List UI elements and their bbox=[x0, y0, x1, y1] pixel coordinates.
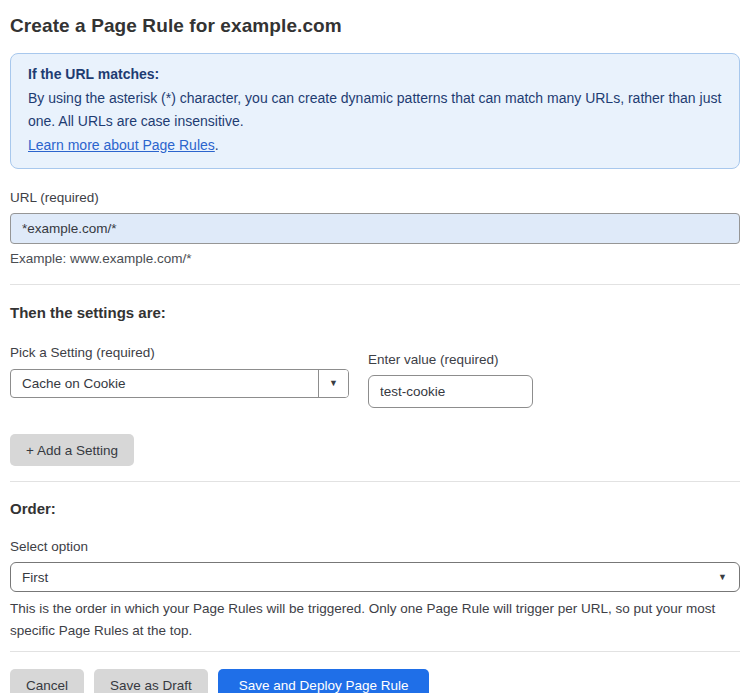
order-description: This is the order in which your Page Rul… bbox=[10, 598, 740, 641]
url-field-label: URL (required) bbox=[10, 190, 740, 205]
info-link-line: Learn more about Page Rules. bbox=[28, 134, 722, 158]
setting-picker-column: Pick a Setting (required) Cache on Cooki… bbox=[10, 345, 349, 398]
learn-more-link[interactable]: Learn more about Page Rules bbox=[28, 137, 215, 153]
caret-down-icon: ▼ bbox=[329, 379, 338, 388]
url-input[interactable] bbox=[10, 213, 740, 244]
order-select[interactable]: First ▼ bbox=[10, 562, 740, 592]
order-section-heading: Order: bbox=[10, 500, 740, 517]
order-select-value: First bbox=[11, 570, 718, 585]
setting-select-arrow-button[interactable]: ▼ bbox=[318, 370, 348, 397]
info-box-heading: If the URL matches: bbox=[28, 63, 722, 87]
setting-value-column: Enter value (required) bbox=[368, 352, 533, 408]
setting-select-value: Cache on Cookie bbox=[11, 376, 318, 391]
save-and-deploy-button[interactable]: Save and Deploy Page Rule bbox=[218, 669, 430, 693]
save-as-draft-button[interactable]: Save as Draft bbox=[94, 669, 208, 693]
setting-value-label: Enter value (required) bbox=[368, 352, 533, 367]
settings-section-heading: Then the settings are: bbox=[10, 304, 740, 321]
add-setting-button[interactable]: + Add a Setting bbox=[10, 434, 134, 466]
create-page-rule-form: Create a Page Rule for example.com If th… bbox=[0, 0, 750, 693]
link-suffix: . bbox=[215, 137, 219, 153]
setting-select[interactable]: Cache on Cookie ▼ bbox=[10, 369, 349, 398]
divider bbox=[10, 284, 740, 285]
url-match-info-box: If the URL matches: By using the asteris… bbox=[10, 53, 740, 169]
info-box-body: By using the asterisk (*) character, you… bbox=[28, 87, 722, 134]
divider bbox=[10, 651, 740, 652]
page-title: Create a Page Rule for example.com bbox=[10, 13, 740, 39]
setting-picker-label: Pick a Setting (required) bbox=[10, 345, 349, 360]
cancel-button[interactable]: Cancel bbox=[10, 669, 84, 693]
setting-value-input[interactable] bbox=[368, 375, 533, 408]
settings-row: Pick a Setting (required) Cache on Cooki… bbox=[10, 345, 740, 408]
url-helper-text: Example: www.example.com/* bbox=[10, 251, 740, 266]
footer-buttons: Cancel Save as Draft Save and Deploy Pag… bbox=[10, 669, 740, 693]
order-select-label: Select option bbox=[10, 539, 740, 554]
caret-down-icon: ▼ bbox=[718, 573, 727, 582]
divider bbox=[10, 481, 740, 482]
